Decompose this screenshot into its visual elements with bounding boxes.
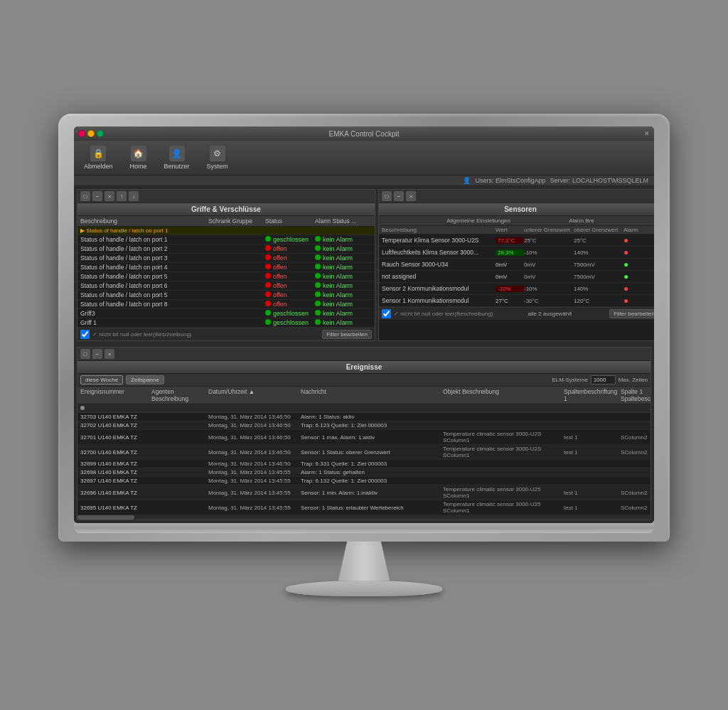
griffe-alarm: kein Alarm (315, 254, 372, 262)
user-icon: 👤 (463, 177, 471, 184)
alarm-dot (315, 245, 321, 251)
elm-input[interactable] (591, 375, 616, 384)
sensoren-filter-btn[interactable]: Filter bearbeiten (609, 309, 654, 318)
sensor-desc: not assigned (382, 273, 496, 280)
period-timespan[interactable]: Zeitspanne (126, 375, 164, 384)
ereignisse-row: 32702 U140 EMKA TZ Montag, 31. März 2014… (77, 421, 651, 430)
tb-btn-2[interactable]: − (92, 191, 102, 201)
etb-btn-1[interactable]: □ (80, 349, 90, 359)
stb-btn-2[interactable]: − (394, 191, 404, 201)
window-close-x[interactable]: ✕ (644, 130, 650, 137)
toolbar-home[interactable]: 🏠 Home (126, 144, 151, 172)
sensoren-filter-bar: ✓ nicht bit null oder leer(Beschreibung)… (379, 307, 654, 320)
system-label: System (207, 163, 228, 170)
sensoren-filter-checkbox[interactable] (382, 309, 391, 318)
e-nr: 32703 U140 EMKA TZ (80, 414, 151, 420)
ereignisse-row-indicator (77, 404, 651, 413)
close-button[interactable] (78, 130, 85, 137)
e-msg: Trap: 6.331 Quelle: 1: Ziel 000003 (301, 461, 443, 467)
status-dot (265, 254, 271, 260)
alarm-dot (315, 291, 321, 297)
e-msg: Alarm: 1 Status: gehalten (301, 469, 443, 475)
griffe-group-header: ▶ Status of handle / latch on port 1 (77, 227, 375, 235)
e-msg: Trap: 6.123 Quelle: 1: Ziel 000003 (301, 422, 443, 429)
etb-btn-2[interactable]: − (92, 349, 102, 359)
e-msg: Alarm: 1 Status: aktiv (301, 414, 443, 420)
system-icon: ⚙ (210, 146, 225, 161)
scrollbar-thumb[interactable] (77, 515, 134, 520)
period-this-week[interactable]: diese Woche (80, 375, 123, 384)
s-col-oberer: oberer Grenzwert (574, 227, 623, 233)
sensor-oberer: 140% (574, 286, 623, 292)
alarm-dot (315, 310, 321, 316)
e-datum: Montag, 31. März 2014 13:46:50 (208, 461, 301, 467)
stb-btn-1[interactable]: □ (382, 191, 392, 201)
griffe-status: offen (265, 264, 315, 271)
griffe-desc: Status of handle / latch on port 4 (80, 264, 208, 271)
griffe-status: geschlossen (265, 319, 315, 326)
tb-btn-4[interactable]: ↑ (117, 191, 127, 201)
monitor-bezel: EMKA Control Cockpit ✕ 🔒 Abmelden 🏠 Home (58, 114, 670, 542)
etb-btn-3[interactable]: × (105, 349, 114, 359)
e-datum: Montag, 31. März 2014 13:45:55 (208, 478, 301, 484)
griffe-status: offen (265, 273, 315, 280)
griffe-row: Status of handle / latch on port 6 offen… (77, 281, 375, 291)
ereignisse-bottom-toolbar: diese Woche Zeitspanne ELM-Systeme Max. … (77, 374, 651, 387)
maximize-button[interactable] (97, 130, 104, 137)
e-nr: 32699 U140 EMKA TZ (80, 461, 151, 467)
e-nr: 32698 U140 EMKA TZ (80, 469, 151, 475)
tb-btn-1[interactable]: □ (80, 191, 90, 201)
ereignisse-section: □ − × Ereignisse diese Woche Zeitspanne … (74, 347, 654, 523)
tb-btn-5[interactable]: ↓ (129, 191, 139, 201)
e-col-msg: Nachricht (301, 388, 443, 402)
e-obj: Temperature climatic sensor 3000-U25 SCo… (443, 501, 564, 514)
griffe-filter-checkbox[interactable] (80, 330, 90, 339)
sensor-row: Temperatur Klima Sensor 3000-U2S 77,1°C … (379, 235, 654, 247)
stb-btn-3[interactable]: × (406, 191, 416, 201)
ereignisse-row: 32695 U140 EMKA TZ Montag, 31. März 2014… (77, 500, 651, 515)
sensor-oberer: 7500mV (574, 262, 623, 268)
e-msg: Sensor: 1 min. Alarm: 1:inaktiv (301, 490, 443, 496)
griffe-status: geschlossen (265, 310, 315, 317)
sensoren-table-body: Temperatur Klima Sensor 3000-U2S 77,1°C … (379, 235, 654, 307)
server-name: Server: LOCALHOST\MSSQLELM (550, 177, 648, 184)
toolbar-abmelden[interactable]: 🔒 Abmelden (80, 144, 117, 172)
e-nr: 32701 U140 EMKA TZ (80, 434, 151, 441)
griffe-row: Status of handle / latch on port 8 offen… (77, 300, 375, 309)
home-icon: 🏠 (131, 146, 146, 161)
alarm-dot (315, 254, 321, 260)
griffe-alarm: kein Alarm (315, 264, 372, 271)
user-name: Users: ElmStsConfigApp (475, 177, 545, 184)
sensor-wert: 27°C (496, 298, 524, 304)
griffe-status: offen (265, 301, 315, 308)
sensor-wert: 77,1°C (496, 237, 524, 244)
user-bar: 👤 Users: ElmStsConfigApp Server: LOCALHO… (74, 176, 654, 186)
e-msg: Trap: 6.132 Quelle: 1: Ziel 000003 (301, 478, 443, 484)
sensoren-settings-bar: Allgemeine Einstellungen Alarm Bre (379, 216, 654, 226)
griffe-table-header: Beschreibung Schrank Gruppe Status Alarm… (77, 216, 375, 227)
horizontal-scrollbar[interactable] (77, 515, 651, 520)
e-sp2: SColumn2 (621, 434, 654, 441)
sensor-unterer: -10% (524, 249, 574, 256)
tb-btn-3[interactable]: × (105, 191, 114, 201)
e-sp2: SColumn2 (621, 490, 654, 496)
monitor-screen: EMKA Control Cockpit ✕ 🔒 Abmelden 🏠 Home (74, 127, 654, 523)
sensor-desc: Sensor 2 Kommunikationsmodul (382, 285, 496, 292)
minimize-button[interactable] (87, 130, 95, 137)
e-datum: Montag, 31. März 2014 13:46:50 (208, 414, 301, 420)
e-msg: Sensor: 1 Status: oberer Grenzwert (301, 449, 443, 456)
status-dot (265, 273, 271, 279)
griffe-filter-btn[interactable]: Filter bearbeiten (322, 330, 372, 339)
griffe-alarm: kein Alarm (315, 245, 372, 252)
col-gruppe: Schrank Gruppe (208, 217, 265, 225)
toolbar-system[interactable]: ⚙ System (203, 144, 232, 172)
griffe-status: geschlossen (265, 236, 315, 243)
toolbar-benutzer[interactable]: 👤 Benutzer (160, 144, 194, 172)
s-col-desc: Beschreibung (382, 227, 496, 233)
sensor-alarm-dot: ● (623, 284, 654, 294)
e-nr: 32702 U140 EMKA TZ (80, 422, 151, 429)
griffe-toolbar: □ − × ↑ ↓ (77, 190, 375, 203)
monitor-stand-base (286, 581, 442, 596)
griffe-desc: Status of handle / latch on port 5 (80, 273, 208, 280)
griffe-alarm: kein Alarm (315, 282, 372, 289)
